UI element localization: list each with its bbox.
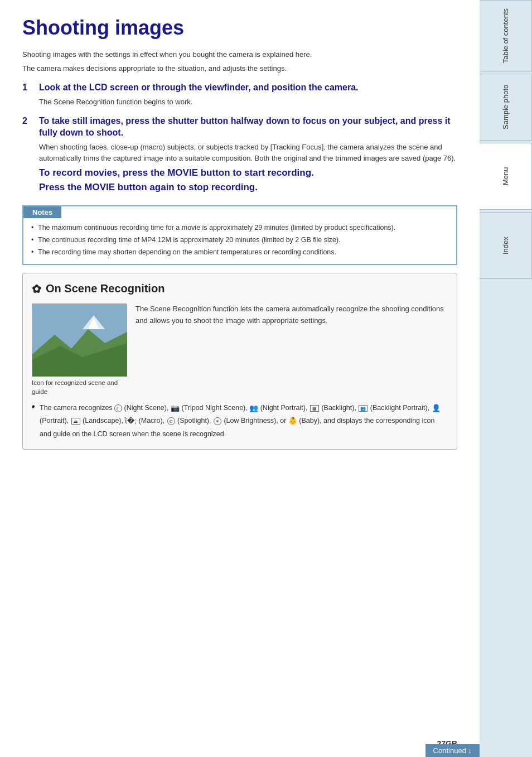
step-2-heading-text: To take still images, press the shutter … — [39, 115, 457, 139]
scene-content: Landscape Icon for recognized scene and … — [32, 303, 448, 396]
macro-icon: ἳ�; — [125, 414, 137, 427]
scene-recognition-title: ✿ On Scene Recognition — [32, 282, 448, 296]
step-1: 1 Look at the LCD screen or through the … — [22, 82, 457, 108]
step-1-heading: 1 Look at the LCD screen or through the … — [22, 82, 457, 94]
portrait-icon: 👤 — [432, 402, 441, 414]
night-scene-icon: ☾ — [114, 404, 122, 412]
sidebar-tab-sample-photo[interactable]: Sample photo — [480, 74, 532, 141]
notes-header: Notes — [23, 206, 61, 218]
step-1-number: 1 — [22, 82, 33, 94]
intro-line-2: The camera makes decisions appropriate t… — [22, 63, 457, 74]
sidebar-tab-toc-label: Table of contents — [501, 8, 510, 63]
continued-text: Continued ↓ — [433, 746, 472, 755]
step-2-heading: 2 To take still images, press the shutte… — [22, 115, 457, 139]
backlight-portrait-icon: 👥 — [359, 405, 367, 412]
intro-line-1: Shooting images with the settings in eff… — [22, 49, 457, 60]
sidebar-tab-menu[interactable]: Menu — [480, 143, 532, 210]
camera-recognizes-text: The camera recognizes ☾ (Night Scene), 📷… — [40, 404, 441, 438]
step-2: 2 To take still images, press the shutte… — [22, 115, 457, 195]
sidebar-tab-menu-label: Menu — [501, 167, 510, 186]
tripod-icon: 📷 — [171, 402, 180, 414]
scene-recognition-title-text: On Scene Recognition — [46, 282, 165, 295]
step-2-number: 2 — [22, 115, 33, 139]
page-title: Shooting images — [22, 17, 457, 39]
step-2-body: When shooting faces, close-up (macro) su… — [39, 142, 457, 163]
baby-icon: 👶 — [288, 414, 297, 427]
low-brightness-icon: ☀ — [214, 417, 221, 425]
scene-image: Landscape — [32, 303, 127, 376]
landscape-mode-icon: ⛰ — [71, 418, 80, 425]
sidebar: Table of contents Sample photo Menu Inde… — [480, 0, 532, 757]
night-portrait-icon: 👥 — [249, 402, 258, 414]
step-1-heading-text: Look at the LCD screen or through the vi… — [39, 82, 359, 94]
main-content: Shooting images Shooting images with the… — [0, 0, 480, 757]
note-item-1: The maximum continuous recording time fo… — [31, 223, 448, 233]
notes-box: Notes The maximum continuous recording t… — [22, 205, 457, 264]
scene-description: The Scene Recognition function lets the … — [136, 303, 448, 327]
scene-recognition-icon: ✿ — [32, 282, 41, 296]
scene-recognition-box: ✿ On Scene Recognition Landscape — [22, 273, 457, 450]
spotlight-icon: ⊙ — [167, 417, 175, 425]
step-2-movie-line-1: To record movies, press the MOVIE button… — [39, 166, 457, 180]
step-2-movie-line-2: Press the MOVIE button again to stop rec… — [39, 180, 457, 195]
continued-bar: Continued ↓ — [425, 744, 480, 757]
camera-recognizes-container: • The camera recognizes ☾ (Night Scene),… — [32, 402, 448, 440]
backlight-icon: ▦ — [310, 405, 319, 412]
step-1-body: The Scene Recognition function begins to… — [39, 97, 457, 108]
sidebar-tab-index-label: Index — [501, 237, 510, 254]
note-item-3: The recording time may shorten depending… — [31, 247, 448, 258]
icon-caption: Icon for recognized scene and guide — [32, 378, 118, 396]
notes-list: The maximum continuous recording time fo… — [23, 218, 456, 263]
landscape-svg — [32, 304, 127, 377]
note-item-2: The continuous recording time of MP4 12M… — [31, 235, 448, 245]
sidebar-tab-sample-label: Sample photo — [501, 85, 510, 129]
sidebar-tab-table-of-contents[interactable]: Table of contents — [480, 0, 532, 71]
sidebar-tab-index[interactable]: Index — [480, 212, 532, 279]
